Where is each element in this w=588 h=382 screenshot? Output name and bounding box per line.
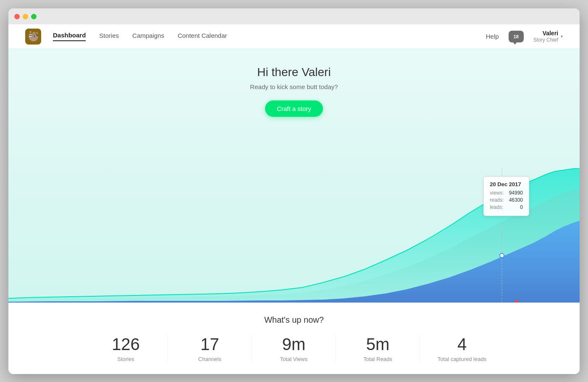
stat-channels-value: 17 [176, 335, 243, 353]
tooltip-views-label: views: [490, 190, 504, 196]
stat-total-leads-value: 4 [428, 335, 496, 353]
stat-stories: 126 Stories [84, 335, 168, 362]
notification-count: 18 [514, 34, 519, 39]
hero-section: Hi there Valeri Ready to kick some butt … [8, 49, 580, 303]
logo[interactable]: 🦥 [25, 29, 41, 45]
stats-grid: 126 Stories 17 Channels 9m Total Views 5… [25, 335, 563, 362]
stats-title: What's up now? [25, 315, 563, 325]
user-menu[interactable]: Valeri Story Chief ▾ [533, 30, 563, 43]
chart-area: 20 Dec 2017 views: 94990 reads: 46300 le… [8, 168, 580, 303]
user-text: Valeri Story Chief [533, 30, 558, 43]
user-role: Story Chief [533, 37, 558, 43]
stat-total-reads: 5m Total Reads [336, 335, 420, 362]
nav-campaigns[interactable]: Campaigns [132, 32, 164, 41]
tooltip-reads-label: reads: [490, 197, 504, 203]
nav-content-calendar[interactable]: Content Calendar [178, 32, 227, 41]
stat-total-leads: 4 Total captured leads [420, 335, 504, 362]
stat-stories-value: 126 [92, 335, 159, 353]
craft-story-button[interactable]: Craft a story [265, 100, 323, 117]
stats-section: What's up now? 126 Stories 17 Channels 9… [8, 303, 580, 374]
stat-total-views: 9m Total Views [252, 335, 336, 362]
main-content: Hi there Valeri Ready to kick some butt … [8, 49, 580, 374]
user-name: Valeri [533, 30, 558, 37]
tooltip-date: 20 Dec 2017 [490, 181, 523, 187]
logo-emoji: 🦥 [28, 31, 39, 42]
help-link[interactable]: Help [486, 33, 499, 40]
traffic-lights [14, 14, 37, 19]
tooltip-views-value: 94990 [509, 190, 523, 196]
chart-tooltip: 20 Dec 2017 views: 94990 reads: 46300 le… [483, 177, 529, 216]
close-button[interactable] [14, 14, 20, 19]
hero-subtitle: Ready to kick some butt today? [250, 83, 338, 90]
chevron-down-icon: ▾ [561, 34, 563, 39]
tooltip-reads-value: 46300 [509, 197, 523, 203]
stat-stories-label: Stories [92, 356, 159, 362]
notification-badge[interactable]: 18 [507, 28, 525, 45]
tooltip-views-row: views: 94990 [490, 190, 523, 196]
tooltip-leads-value: 0 [520, 204, 523, 210]
nav-dashboard[interactable]: Dashboard [53, 32, 86, 41]
stat-total-views-value: 9m [260, 335, 327, 353]
nav-stories[interactable]: Stories [99, 32, 119, 41]
stat-total-leads-label: Total captured leads [428, 356, 496, 362]
minimize-button[interactable] [23, 14, 28, 19]
fullscreen-button[interactable] [31, 14, 37, 19]
stat-total-reads-value: 5m [344, 335, 411, 353]
nav-right: Help 18 Valeri Story Chief ▾ [486, 28, 563, 45]
tooltip-reads-row: reads: 46300 [490, 197, 523, 203]
notification-bubble: 18 [509, 31, 524, 42]
leads-dot [500, 253, 504, 258]
stat-channels: 17 Channels [168, 335, 252, 362]
hero-title: Hi there Valeri [250, 66, 338, 79]
stat-channels-label: Channels [176, 356, 243, 362]
hero-text: Hi there Valeri Ready to kick some butt … [250, 49, 338, 117]
nav-links: Dashboard Stories Campaigns Content Cale… [53, 32, 486, 41]
tooltip-leads-row: leads: 0 [490, 204, 523, 210]
tooltip-leads-label: leads: [490, 204, 503, 210]
navbar: 🦥 Dashboard Stories Campaigns Content Ca… [8, 24, 580, 49]
stat-total-reads-label: Total Reads [344, 356, 411, 362]
title-bar [8, 8, 580, 24]
app-window: 🦥 Dashboard Stories Campaigns Content Ca… [8, 8, 580, 374]
stat-total-views-label: Total Views [260, 356, 327, 362]
